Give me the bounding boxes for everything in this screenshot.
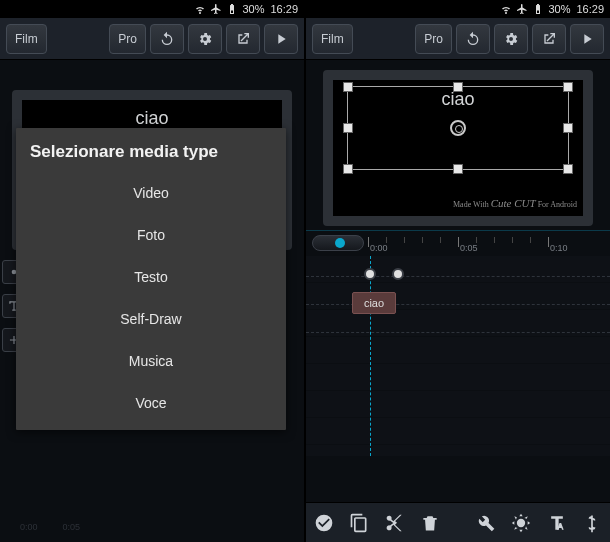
media-option-voce[interactable]: Voce [16,382,286,424]
copy-icon [349,513,369,533]
center-target-icon[interactable] [450,120,466,136]
delete-button[interactable] [416,509,444,537]
pro-button[interactable]: Pro [109,24,146,54]
undo-icon [465,31,481,47]
pro-button[interactable]: Pro [415,24,452,54]
ruler-tick-0: 0:00 [370,243,388,253]
battery-icon [532,3,544,15]
share-button[interactable] [226,24,260,54]
airplane-icon [516,3,528,15]
wrench-icon [476,513,496,533]
preview-text: ciao [441,89,474,110]
gear-icon [503,31,519,47]
playhead[interactable] [370,256,371,456]
timeline[interactable]: 0:00 0:05 0:10 ciao [306,230,610,502]
media-option-selfdraw[interactable]: Self-Draw [16,298,286,340]
text-style-button[interactable] [543,509,571,537]
clip-label: ciao [364,297,384,309]
status-time: 16:29 [576,3,604,15]
play-icon [579,31,595,47]
share-icon [541,31,557,47]
battery-icon [226,3,238,15]
resize-handle-s[interactable] [453,164,463,174]
brightness-button[interactable] [507,509,535,537]
ruler-tick-2: 0:10 [550,243,568,253]
pro-label: Pro [424,32,443,46]
airplane-icon [210,3,222,15]
resize-handle-sw[interactable] [343,164,353,174]
film-label: Film [15,32,38,46]
bottom-toolbar [306,502,610,542]
wifi-icon [194,3,206,15]
wrench-button[interactable] [472,509,500,537]
status-time: 16:29 [270,3,298,15]
dialog-title: Selezionare media type [16,140,286,172]
film-button[interactable]: Film [6,24,47,54]
film-button[interactable]: Film [312,24,353,54]
play-icon [273,31,289,47]
battery-pct: 30% [548,3,570,15]
resize-handle-ne[interactable] [563,82,573,92]
media-option-foto[interactable]: Foto [16,214,286,256]
tracks[interactable]: ciao [306,256,610,456]
watermark-made: Made With [453,200,489,209]
check-circle-icon [314,513,334,533]
brightness-icon [511,513,531,533]
share-button[interactable] [532,24,566,54]
undo-button[interactable] [456,24,490,54]
top-toolbar: Film Pro [306,18,610,60]
resize-handle-se[interactable] [563,164,573,174]
battery-pct: 30% [242,3,264,15]
trash-icon [420,513,440,533]
media-option-testo[interactable]: Testo [16,256,286,298]
text-edit-button[interactable] [578,509,606,537]
settings-button[interactable] [494,24,528,54]
selection-box[interactable]: ciao [347,86,569,170]
scissors-icon [385,513,405,533]
resize-handle-w[interactable] [343,123,353,133]
confirm-button[interactable] [310,509,338,537]
keyframe-dot[interactable] [364,268,376,280]
watermark-brand: Cute CUT [491,197,536,209]
resize-handle-nw[interactable] [343,82,353,92]
ruler-hint: 0:00 0:05 [20,522,80,532]
preview-text: ciao [135,108,168,129]
cut-button[interactable] [381,509,409,537]
scrub-bar[interactable]: 0:00 0:05 0:10 [306,230,610,256]
media-option-video[interactable]: Video [16,172,286,214]
gear-icon [197,31,213,47]
play-button[interactable] [264,24,298,54]
pro-label: Pro [118,32,137,46]
zoom-slider[interactable] [312,235,364,251]
copy-button[interactable] [345,509,373,537]
text-cursor-icon [582,513,602,533]
time-ruler[interactable]: 0:00 0:05 0:10 [368,235,610,255]
text-style-icon [547,513,567,533]
ruler-tick-1: 0:05 [460,243,478,253]
media-option-musica[interactable]: Musica [16,340,286,382]
resize-handle-e[interactable] [563,123,573,133]
undo-button[interactable] [150,24,184,54]
share-icon [235,31,251,47]
film-label: Film [321,32,344,46]
clip-ciao[interactable]: ciao [352,292,396,314]
watermark-for: For Android [538,200,577,209]
top-toolbar: Film Pro [0,18,304,60]
watermark: Made With Cute CUT For Android [453,197,577,210]
wifi-icon [500,3,512,15]
settings-button[interactable] [188,24,222,54]
play-button[interactable] [570,24,604,54]
status-bar: 30% 16:29 [0,0,304,18]
keyframe-dot[interactable] [392,268,404,280]
preview-area[interactable]: ciao Made With Cute CUT For Android [323,70,593,226]
undo-icon [159,31,175,47]
status-bar: 30% 16:29 [306,0,610,18]
media-type-dialog: Selezionare media type Video Foto Testo … [16,128,286,430]
resize-handle-n[interactable] [453,82,463,92]
